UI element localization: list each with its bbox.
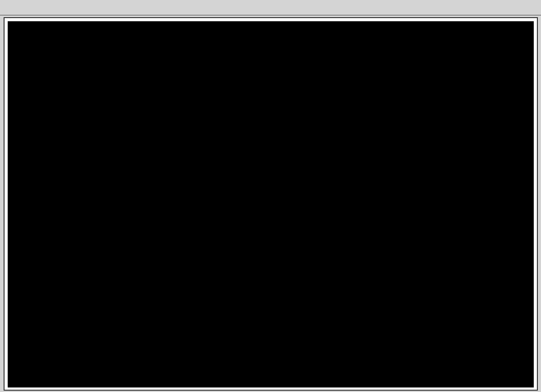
geospace-activity-page: { "header": { "title": "GEOSPACE GEOMAGN… <box>0 0 541 392</box>
header-divider <box>0 15 541 15</box>
plot-frame <box>4 17 538 391</box>
plot-background <box>8 21 534 387</box>
